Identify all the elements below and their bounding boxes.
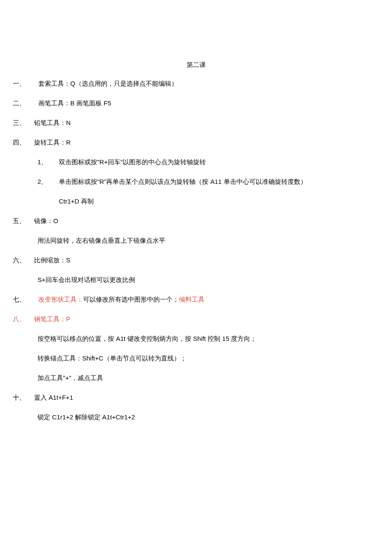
item-6-sub-1-text: S+回车会出现对话框可以更改比例: [37, 276, 135, 283]
marker-8: 八、: [13, 314, 34, 324]
item-10-sub-1-text: 锁定 C1r1+2 解除锁定 A1t+Ctr1+2: [37, 413, 135, 421]
item-2-text: 画笔工具：B 画笔面板 F5: [38, 99, 111, 107]
item-5-text: 镜像：O: [34, 217, 58, 224]
item-6-sub-1: S+回车会出现对话框可以更改比例: [13, 275, 379, 285]
item-5-sub-1: 用法同旋转，左右镜像点垂直上下镜像点水平: [13, 235, 379, 246]
item-4-sub-1: 1、双击图标或按"R+回车"以图形的中心点为旋转轴旋转: [13, 157, 379, 167]
item-10-text: 置入 A1t+F+1: [34, 394, 73, 401]
item-6-text: 比例缩放：S: [34, 256, 70, 264]
item-10: 十、置入 A1t+F+1: [13, 392, 379, 403]
item-8-sub-3-text: 加点工具"+"，减点工具: [37, 374, 103, 381]
item-4-sub-2-text: 单击图标或按"R"再单击某个点则以该点为旋转轴（按 A11 单击中心可以准确旋转…: [59, 178, 307, 185]
item-5-sub-1-text: 用法同旋转，左右镜像点垂直上下镜像点水平: [37, 237, 165, 244]
lesson-title: 第二课: [13, 60, 379, 70]
item-8-sub-2: 转换锚点工具：Shift+C（单击节点可以转为直线）；: [13, 353, 379, 363]
item-7-red-2: 倾料工具: [179, 296, 205, 303]
item-10-sub-1: 锁定 C1r1+2 解除锁定 A1t+Ctr1+2: [13, 412, 379, 422]
item-4-sub-1-text: 双击图标或按"R+回车"以图形的中心点为旋转轴旋转: [59, 158, 206, 166]
marker-5: 五、: [13, 216, 34, 226]
item-8: 八、钢笔工具：P: [13, 314, 379, 324]
marker-2: 二、: [13, 98, 38, 108]
item-1-text: 套索工具：Q（选点用的，只是选择点不能编辑）: [38, 80, 178, 87]
marker-1: 一、: [13, 78, 38, 89]
item-3: 三、铅笔工具：N: [13, 118, 379, 128]
sub-marker-4-2: 2、: [37, 177, 59, 187]
item-8-sub-2-text: 转换锚点工具：Shift+C（单击节点可以转为直线）；: [37, 355, 187, 362]
item-1: 一、套索工具：Q（选点用的，只是选择点不能编辑）: [13, 78, 379, 89]
marker-4: 四、: [13, 137, 34, 148]
item-8-sub-3: 加点工具"+"，减点工具: [13, 373, 379, 383]
item-4-sub-2: 2、单击图标或按"R"再单击某个点则以该点为旋转轴（按 A11 单击中心可以准确…: [13, 177, 379, 187]
item-4-text: 旋转工具：R: [34, 139, 71, 146]
item-7-mid: 可以修改所有选中图形中的一个；: [83, 296, 179, 303]
marker-10: 十、: [13, 392, 34, 403]
item-8-text: 钢笔工具：P: [34, 315, 70, 323]
marker-7: 七、: [13, 294, 38, 305]
sub-marker-4-1: 1、: [37, 157, 59, 167]
item-7: 七、改变形状工具：可以修改所有选中图形中的一个；倾料工具: [13, 294, 379, 305]
item-8-sub-1-text: 按空格可以移点的位置，按 A1t 键改变控制炳方向，按 Shift 控制 15 …: [37, 335, 257, 342]
marker-3: 三、: [13, 118, 34, 128]
item-6: 六、比例缩放：S: [13, 255, 379, 265]
item-4-sub-3: Ctr1+D 再制: [13, 196, 379, 206]
item-8-sub-1: 按空格可以移点的位置，按 A1t 键改变控制炳方向，按 Shift 控制 15 …: [13, 334, 379, 344]
item-5: 五、镜像：O: [13, 216, 379, 226]
item-4: 四、旋转工具：R: [13, 137, 379, 148]
item-2: 二、画笔工具：B 画笔面板 F5: [13, 98, 379, 108]
item-3-text: 铅笔工具：N: [34, 119, 71, 126]
item-4-sub-3-text: Ctr1+D 再制: [59, 198, 94, 205]
marker-6: 六、: [13, 255, 34, 265]
item-7-red-1: 改变形状工具：: [38, 296, 83, 303]
